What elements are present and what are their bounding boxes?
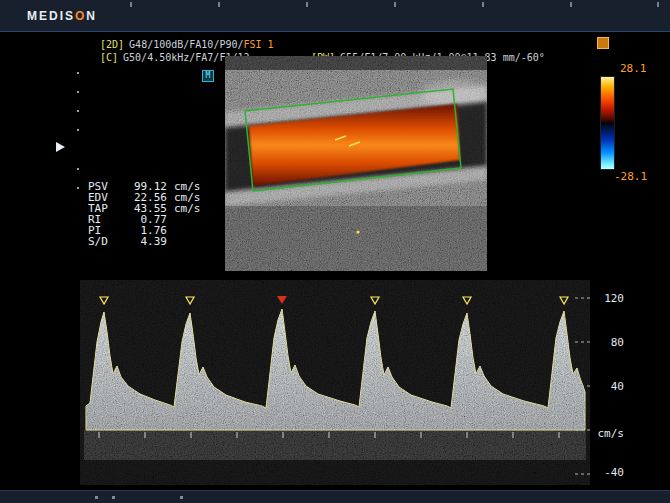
side-dot	[77, 91, 79, 93]
side-dot	[77, 187, 79, 189]
far-field-shade	[225, 206, 487, 271]
spectral-display[interactable]	[0, 280, 670, 490]
fsi-value: FSI 1	[243, 39, 273, 50]
measurement-panel: PSV99.12cm/s EDV22.56cm/s TAP43.55cm/s R…	[88, 181, 208, 247]
color-scale-bar	[600, 76, 615, 170]
top-bar: MEDISON	[0, 0, 670, 32]
pointer-arrow-icon	[56, 142, 65, 152]
scale-label-neg40: -40	[594, 466, 624, 479]
scale-label-120: 120	[594, 292, 624, 305]
ultrasound-screen: MEDISON [2D]G48/100dB/FA10/P90/FSI 1 [C]…	[0, 0, 670, 503]
side-dot	[77, 168, 79, 170]
mode-tag-c: [C]	[100, 52, 118, 63]
orientation-marker: M	[202, 70, 214, 82]
bottom-bar	[0, 490, 670, 503]
menu-tick	[394, 2, 396, 7]
menu-tick	[657, 2, 659, 7]
brand-logo: MEDISON	[27, 9, 97, 23]
scale-label-40: 40	[594, 380, 624, 393]
menu-tick	[218, 2, 220, 7]
mode-tag-2d: [2D]	[100, 39, 124, 50]
bottom-dot	[112, 496, 115, 499]
bmode-image[interactable]	[225, 56, 487, 271]
side-dot	[77, 129, 79, 131]
side-dot	[77, 72, 79, 74]
bottom-dot	[95, 496, 98, 499]
focus-marker	[356, 230, 359, 233]
near-field-shadow	[225, 56, 487, 70]
bottom-dot	[180, 496, 183, 499]
status-indicator-icon	[597, 37, 609, 49]
menu-tick	[306, 2, 308, 7]
menu-tick	[482, 2, 484, 7]
scale-label-80: 80	[594, 336, 624, 349]
measurement-row: S/D4.39	[88, 236, 208, 247]
below-baseline-noise	[84, 430, 586, 460]
scale-unit-label: cm/s	[594, 427, 624, 440]
menu-tick	[130, 2, 132, 7]
logo-accent-letter: O	[75, 9, 86, 23]
side-dot	[77, 110, 79, 112]
color-scale-max: 28.1	[620, 62, 647, 75]
menu-tick	[570, 2, 572, 7]
color-scale-min: -28.1	[614, 170, 647, 183]
param-line-2d: [2D]G48/100dB/FA10/P90/FSI 1	[100, 39, 274, 50]
